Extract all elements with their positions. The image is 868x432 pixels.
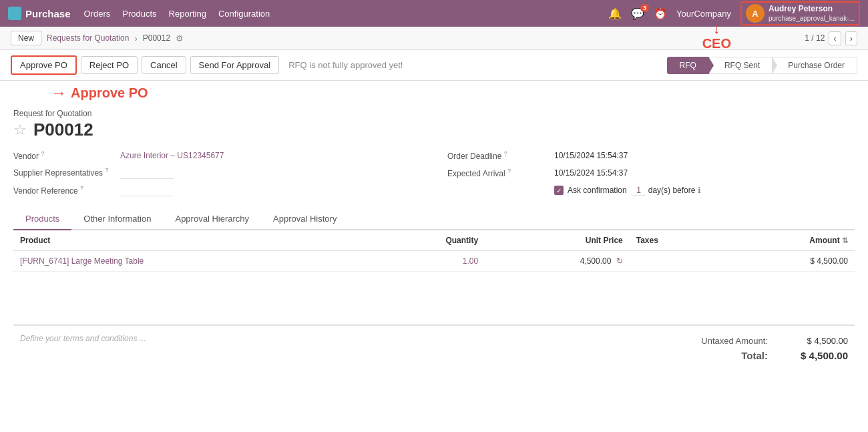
nav-links: Orders Products Reporting Configuration	[84, 9, 596, 19]
status-message: RFQ is not fully approved yet!	[288, 60, 403, 70]
bell-icon[interactable]: 🔔	[608, 7, 622, 20]
form-fields: Vendor ? Azure Interior – US12345677 Sup…	[13, 147, 855, 199]
product-link[interactable]: [FURN_6741] Large Meeting Table	[20, 256, 144, 266]
supplier-rep-value[interactable]	[120, 167, 174, 179]
order-deadline-field: Order Deadline ? 10/15/2024 15:54:37	[447, 147, 855, 164]
avatar: A	[746, 4, 765, 23]
tab-approval-history[interactable]: Approval History	[261, 208, 349, 230]
approve-po-annotation: → Approve PO	[0, 81, 868, 102]
notification-badge: 3	[640, 4, 649, 12]
vendor-ref-field: Vendor Reference ?	[13, 182, 421, 199]
top-nav: Purchase Orders Products Reporting Confi…	[0, 0, 868, 27]
wf-tab-purchase-order[interactable]: Purchase Order	[773, 57, 857, 74]
nav-products[interactable]: Products	[122, 9, 156, 19]
tabs-bar: Products Other Information Approval Hier…	[13, 208, 855, 230]
cancel-button[interactable]: Cancel	[142, 56, 186, 74]
col-unit-price: Unit Price	[485, 230, 630, 251]
next-button[interactable]: ›	[845, 31, 857, 45]
ask-confirmation-label: Ask confirmation	[568, 186, 627, 195]
vendor-ref-label: Vendor Reference ?	[13, 185, 120, 196]
order-deadline-label: Order Deadline ?	[447, 150, 554, 161]
clock-icon[interactable]: ⏰	[654, 7, 667, 20]
quantity-cell[interactable]: 1.00	[367, 251, 485, 272]
vendor-value[interactable]: Azure Interior – US12345677	[120, 151, 224, 160]
company-name: YourCompany	[676, 9, 731, 19]
settings-icon[interactable]: ⚙	[176, 33, 184, 43]
approve-annotation-text: Approve PO	[71, 85, 148, 101]
breadcrumb-bar: New Requests for Quotation › P00012 ⚙ 1 …	[0, 27, 868, 50]
sort-icon[interactable]: ⇅	[842, 236, 848, 244]
info-icon[interactable]: ℹ	[698, 186, 701, 195]
reject-po-button[interactable]: Reject PO	[81, 56, 138, 74]
approve-po-button[interactable]: Approve PO	[11, 55, 77, 75]
chat-icon[interactable]: 💬 3	[631, 7, 644, 20]
total-label: Total:	[741, 350, 768, 361]
brand[interactable]: Purchase	[8, 7, 71, 20]
form-subtitle: Request for Quotation	[13, 109, 855, 118]
action-bar: Approve PO Reject PO Cancel Send For App…	[0, 50, 868, 81]
expected-arrival-label: Expected Arrival ?	[447, 168, 554, 178]
nav-orders[interactable]: Orders	[84, 9, 111, 19]
col-product: Product	[13, 230, 367, 251]
amount-cell: $ 4,500.00	[721, 251, 855, 272]
nav-reporting[interactable]: Reporting	[169, 9, 206, 19]
breadcrumb-link[interactable]: Requests for Quotation	[47, 33, 129, 43]
product-cell: [FURN_6741] Large Meeting Table	[13, 251, 367, 272]
user-details: Audrey Peterson purchase_approval_kanak-…	[769, 4, 855, 23]
vendor-label: Vendor ?	[13, 150, 120, 161]
taxes-cell[interactable]	[630, 251, 721, 272]
col-taxes: Taxes	[630, 230, 721, 251]
col-amount: Amount ⇅	[721, 230, 855, 251]
ask-confirmation-field: ✓ Ask confirmation 1 day(s) before ℹ	[554, 182, 855, 199]
star-icon[interactable]: ☆	[13, 122, 27, 139]
breadcrumb-separator: ›	[134, 33, 137, 43]
pagination: 1 / 12	[805, 33, 825, 43]
vendor-ref-value[interactable]	[120, 184, 174, 196]
breadcrumb-current: P00012	[143, 33, 170, 43]
user-db: purchase_approval_kanak-...	[769, 14, 855, 23]
untaxed-value: $ 4,500.00	[788, 336, 848, 346]
totals: Untaxed Amount: $ 4,500.00 Total: $ 4,50…	[701, 334, 848, 363]
ask-confirmation-suffix: day(s) before	[648, 186, 696, 195]
total-row: Total: $ 4,500.00	[701, 348, 848, 363]
tab-products[interactable]: Products	[13, 208, 71, 230]
supplier-rep-field: Supplier Representatives ?	[13, 164, 421, 182]
user-name: Audrey Peterson	[769, 4, 855, 15]
send-for-approval-button[interactable]: Send For Approval	[190, 56, 280, 74]
ask-confirmation-days[interactable]: 1	[632, 186, 646, 196]
col-quantity: Quantity	[367, 230, 485, 251]
workflow-tabs: RFQ RFQ Sent Purchase Order	[667, 57, 857, 74]
footer-area: Define your terms and conditions ... Unt…	[13, 325, 855, 371]
expected-arrival-field: Expected Arrival ? 10/15/2024 15:54:37	[447, 164, 855, 182]
top-nav-right: 🔔 💬 3 ⏰ YourCompany A Audrey Peterson pu…	[608, 1, 860, 26]
refresh-icon[interactable]: ↻	[616, 256, 623, 266]
unit-price-cell: 4,500.00 ↻	[485, 251, 630, 272]
new-button[interactable]: New	[11, 31, 41, 45]
wf-tab-rfq-sent[interactable]: RFQ Sent	[709, 57, 773, 74]
untaxed-label: Untaxed Amount:	[701, 336, 768, 346]
terms-field[interactable]: Define your terms and conditions ...	[20, 334, 146, 343]
main-content: Request for Quotation ☆ P00012 Vendor ? …	[0, 102, 868, 371]
untaxed-amount-row: Untaxed Amount: $ 4,500.00	[701, 334, 848, 348]
expected-arrival-value[interactable]: 10/15/2024 15:54:37	[554, 168, 628, 178]
table-row: [FURN_6741] Large Meeting Table 1.00 4,5…	[13, 251, 855, 272]
user-info[interactable]: A Audrey Peterson purchase_approval_kana…	[740, 1, 860, 26]
tab-approval-hierarchy[interactable]: Approval Hierarchy	[163, 208, 261, 230]
products-table: Product Quantity Unit Price Taxes Amount…	[13, 230, 855, 272]
form-id: P00012	[33, 120, 93, 140]
nav-configuration[interactable]: Configuration	[218, 9, 270, 19]
total-value: $ 4,500.00	[788, 350, 848, 361]
supplier-rep-label: Supplier Representatives ?	[13, 167, 120, 179]
vendor-field: Vendor ? Azure Interior – US12345677	[13, 147, 421, 164]
ask-confirmation-checkbox[interactable]: ✓	[554, 186, 564, 195]
order-deadline-value[interactable]: 10/15/2024 15:54:37	[554, 151, 628, 160]
prev-button[interactable]: ‹	[829, 31, 841, 45]
wf-tab-rfq[interactable]: RFQ	[667, 57, 709, 74]
tab-other-information[interactable]: Other Information	[71, 208, 163, 230]
form-title-area: Request for Quotation ☆ P00012	[13, 109, 855, 140]
